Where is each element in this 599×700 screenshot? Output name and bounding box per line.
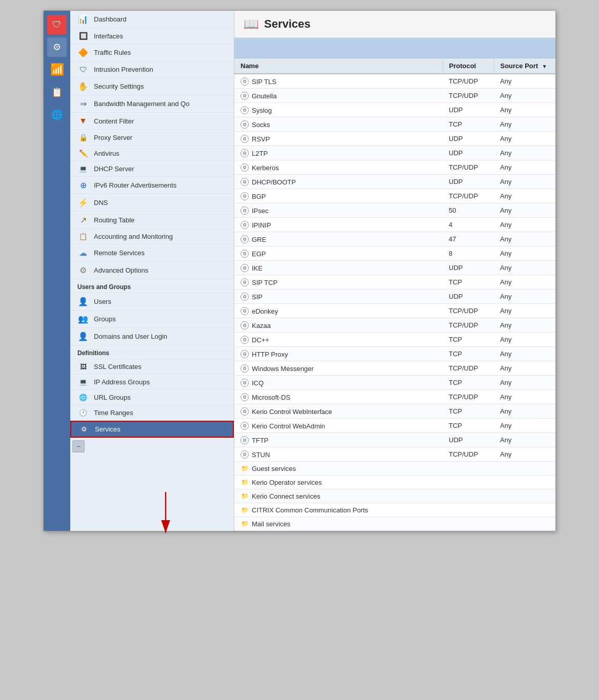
sidebar-item-time-ranges[interactable]: 🕐 Time Ranges — [70, 405, 234, 421]
service-item-icon: ⚙ — [241, 321, 249, 330]
remote-services-icon: ☁ — [77, 248, 89, 258]
service-name: IPINIP — [252, 221, 271, 229]
sidebar-item-security-settings[interactable]: ✋ Security Settings — [70, 78, 234, 95]
group-item-icon: 📁 — [241, 506, 249, 514]
table-row[interactable]: ⚙SIPUDPAny — [234, 290, 555, 304]
service-name-cell: ⚙Gnutella — [234, 89, 443, 103]
table-row[interactable]: ⚙DC++TCPAny — [234, 333, 555, 347]
table-row[interactable]: ⚙SyslogUDPAny — [234, 103, 555, 117]
page-header-icon: 📖 — [244, 17, 259, 31]
sort-arrow-icon: ▼ — [542, 64, 547, 69]
sidebar-item-proxy-server[interactable]: 🔒 Proxy Server — [70, 130, 234, 146]
service-name: Socks — [252, 121, 270, 129]
sidebar-item-ssl-certificates[interactable]: 🖼 SSL Certificates — [70, 359, 234, 375]
service-name: Microsoft-DS — [252, 394, 290, 401]
sidebar-item-antivirus[interactable]: ✏️ Antivirus — [70, 146, 234, 161]
sidebar-item-intrusion-prevention[interactable]: 🛡 Intrusion Prevention — [70, 61, 234, 78]
table-row[interactable]: ⚙SIP TLSTCP/UDPAny — [234, 74, 555, 89]
table-row[interactable]: ⚙ICQTCPAny — [234, 376, 555, 390]
sidebar-item-groups[interactable]: 👥 Groups — [70, 311, 234, 328]
table-row[interactable]: ⚙eDonkeyTCP/UDPAny — [234, 304, 555, 318]
doc-nav-icon[interactable]: 📋 — [47, 83, 67, 102]
col-protocol[interactable]: Protocol — [443, 58, 494, 74]
sidebar-item-interfaces[interactable]: 🔲 Interfaces — [70, 28, 234, 44]
sidebar-item-advanced-options[interactable]: ⚙ Advanced Options — [70, 262, 234, 279]
sidebar-item-accounting[interactable]: 📋 Accounting and Monitoring — [70, 229, 234, 244]
table-row[interactable]: 📁Kerio Operator services — [234, 476, 555, 489]
gear-nav-icon[interactable]: ⚙ — [47, 37, 67, 57]
sidebar-item-bandwidth[interactable]: ⇒ Bandwidth Management and Qo — [70, 95, 234, 113]
sidebar-label-traffic-rules: Traffic Rules — [94, 49, 131, 56]
sidebar-item-remote-services[interactable]: ☁ Remote Services — [70, 244, 234, 262]
table-row[interactable]: ⚙IPsec50Any — [234, 203, 555, 218]
sidebar-item-dashboard[interactable]: 📊 Dashboard — [70, 11, 234, 28]
sidebar-item-services[interactable]: ⚙ Services — [70, 421, 234, 438]
col-name[interactable]: Name — [234, 58, 443, 74]
table-row[interactable]: ⚙RSVPUDPAny — [234, 132, 555, 146]
table-row[interactable]: ⚙BGPTCP/UDPAny — [234, 189, 555, 203]
table-row[interactable]: 📁Mail services — [234, 517, 555, 531]
service-name: SIP TCP — [252, 279, 277, 286]
service-protocol-cell: UDP — [443, 261, 494, 275]
sidebar-label-services: Services — [95, 425, 121, 433]
table-row[interactable]: ⚙Kerio Control WebAdminTCPAny — [234, 419, 555, 433]
service-name-cell: ⚙DHCP/BOOTP — [234, 175, 443, 189]
globe-nav-icon[interactable]: 🌐 — [47, 105, 67, 125]
sidebar-label-accounting: Accounting and Monitoring — [94, 233, 173, 240]
table-row[interactable]: ⚙KerberosTCP/UDPAny — [234, 160, 555, 175]
shield-nav-icon[interactable]: 🛡 — [47, 15, 67, 34]
chart-nav-icon[interactable]: 📶 — [47, 60, 67, 79]
services-table: Name Protocol Source Port ▼ ⚙SIP TLSTCP/… — [234, 58, 555, 531]
service-source-port-cell: Any — [494, 318, 555, 333]
service-protocol-cell: 8 — [443, 246, 494, 261]
service-name-cell: ⚙Microsoft-DS — [234, 390, 443, 404]
table-row[interactable]: ⚙TFTPUDPAny — [234, 433, 555, 447]
service-source-port-cell: Any — [494, 74, 555, 89]
table-row[interactable]: ⚙SocksTCPAny — [234, 117, 555, 132]
table-row[interactable]: ⚙KazaaTCP/UDPAny — [234, 318, 555, 333]
sidebar-collapse-button[interactable]: − — [72, 440, 85, 452]
service-item-icon: ⚙ — [241, 364, 249, 373]
sidebar-label-time-ranges: Time Ranges — [94, 409, 133, 417]
sidebar-item-dns[interactable]: ⚡ DNS — [70, 194, 234, 212]
sidebar-item-routing-table[interactable]: ↗ Routing Table — [70, 212, 234, 229]
icon-bar: 🛡 ⚙ 📶 📋 🌐 — [44, 11, 70, 531]
table-row[interactable]: ⚙DHCP/BOOTPUDPAny — [234, 175, 555, 189]
service-name: ICQ — [252, 379, 264, 387]
table-row[interactable]: 📁CITRIX Common Communication Ports — [234, 503, 555, 517]
service-source-port-cell: Any — [494, 419, 555, 433]
service-item-icon: ⚙ — [241, 235, 249, 243]
col-source-port[interactable]: Source Port ▼ — [494, 58, 555, 74]
table-row[interactable]: ⚙Microsoft-DSTCP/UDPAny — [234, 390, 555, 404]
table-row[interactable]: ⚙L2TPUDPAny — [234, 146, 555, 160]
sidebar-item-domains[interactable]: 👤 Domains and User Login — [70, 328, 234, 345]
sidebar-item-ip-address-groups[interactable]: 💻 IP Address Groups — [70, 375, 234, 390]
table-row[interactable]: ⚙STUNTCP/UDPAny — [234, 447, 555, 462]
table-row[interactable]: ⚙GnutellaTCP/UDPAny — [234, 89, 555, 103]
sidebar-item-users[interactable]: 👤 Users — [70, 293, 234, 311]
accounting-icon: 📋 — [77, 233, 89, 240]
sidebar-item-content-filter[interactable]: ▼ Content Filter — [70, 113, 234, 130]
service-protocol-cell — [443, 517, 494, 531]
table-row[interactable]: ⚙SIP TCPTCPAny — [234, 275, 555, 290]
table-row[interactable]: ⚙EGP8Any — [234, 246, 555, 261]
table-row[interactable]: 📁Kerio Connect services — [234, 489, 555, 503]
sidebar-item-url-groups[interactable]: 🌐 URL Groups — [70, 390, 234, 405]
table-row[interactable]: ⚙HTTP ProxyTCPAny — [234, 347, 555, 361]
service-name-cell: 📁Guest services — [234, 462, 443, 476]
sidebar-item-dhcp-server[interactable]: 💻 DHCP Server — [70, 161, 234, 177]
table-row[interactable]: ⚙IKEUDPAny — [234, 261, 555, 275]
table-row[interactable]: ⚙Kerio Control WebInterfaceTCPAny — [234, 404, 555, 419]
table-row[interactable]: ⚙Windows MessengerTCP/UDPAny — [234, 361, 555, 376]
table-row[interactable]: ⚙IPINIP4Any — [234, 218, 555, 232]
sidebar-item-traffic-rules[interactable]: 🔶 Traffic Rules — [70, 44, 234, 61]
table-row[interactable]: 📁Guest services — [234, 462, 555, 476]
service-name: DHCP/BOOTP — [252, 178, 296, 186]
time-ranges-icon: 🕐 — [77, 409, 89, 417]
service-source-port-cell — [494, 517, 555, 531]
service-item-icon: ⚙ — [241, 379, 249, 387]
service-source-port-cell: Any — [494, 218, 555, 232]
service-name-cell: ⚙Kazaa — [234, 318, 443, 333]
table-row[interactable]: ⚙GRE47Any — [234, 232, 555, 246]
sidebar-item-ipv6[interactable]: ⊕ IPv6 Router Advertisements — [70, 177, 234, 194]
